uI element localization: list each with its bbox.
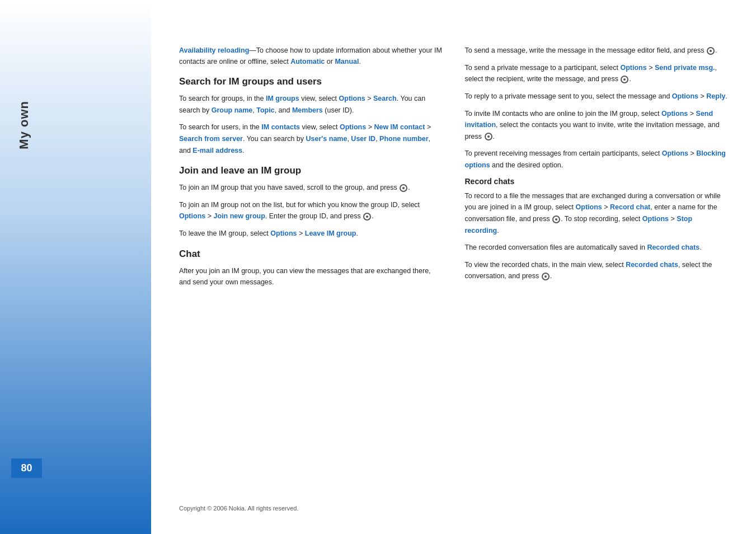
record-para1: To record to a file the messages that ar… xyxy=(465,190,729,237)
copyright-text: Copyright © 2006 Nokia. All rights reser… xyxy=(179,505,299,512)
options-link-8[interactable]: Options xyxy=(662,149,688,157)
options-link-6[interactable]: Options xyxy=(672,92,698,100)
im-groups-link[interactable]: IM groups xyxy=(266,95,299,102)
availability-text2: or xyxy=(325,58,335,65)
recorded-chats-link-1[interactable]: Recorded chats xyxy=(647,243,699,251)
search-para2: To search for users, in the IM contacts … xyxy=(179,121,443,156)
circle-button-3 xyxy=(707,47,715,55)
circle-button-5 xyxy=(485,133,492,140)
right-para2: To send a private message to a participa… xyxy=(465,62,729,85)
search-section: Search for IM groups and users To search… xyxy=(179,76,443,156)
circle-button-6 xyxy=(552,216,560,223)
users-name-link[interactable]: User's name xyxy=(306,135,348,143)
sidebar: My own 80 xyxy=(0,0,151,534)
options-link-7[interactable]: Options xyxy=(661,110,688,118)
user-id-link[interactable]: User ID xyxy=(351,135,375,143)
join-para1: To join an IM group that you have saved,… xyxy=(179,182,443,194)
recorded-chats-link-2[interactable]: Recorded chats xyxy=(626,261,678,269)
circle-button-4 xyxy=(621,76,628,83)
record-chat-link[interactable]: Record chat xyxy=(610,203,650,211)
record-heading: Record chats xyxy=(465,177,729,186)
join-section: Join and leave an IM group To join an IM… xyxy=(179,165,443,240)
page-number: 80 xyxy=(11,458,42,478)
options-link-2[interactable]: Options xyxy=(340,123,366,131)
send-private-msg-link[interactable]: Send private msg. xyxy=(655,64,715,72)
availability-text3: . xyxy=(359,58,360,65)
options-link-5[interactable]: Options xyxy=(620,64,646,72)
availability-reloading-link[interactable]: Availability reloading xyxy=(179,46,249,54)
right-para4: To invite IM contacts who are online to … xyxy=(465,108,729,143)
record-para3: To view the recorded chats, in the main … xyxy=(465,259,729,282)
search-link[interactable]: Search xyxy=(373,95,397,102)
options-link-4[interactable]: Options xyxy=(270,229,297,237)
circle-button-1 xyxy=(400,184,407,192)
search-from-server-link[interactable]: Search from server xyxy=(179,135,243,143)
page-container: My own 80 Availability reloading—To choo… xyxy=(0,0,756,534)
right-para5: To prevent receiving messages from certa… xyxy=(465,148,729,171)
new-im-contact-link[interactable]: New IM contact xyxy=(374,123,425,131)
members-link[interactable]: Members xyxy=(292,106,323,114)
email-address-link[interactable]: E-mail address xyxy=(192,147,242,154)
search-para1: To search for groups, in the IM groups v… xyxy=(179,93,443,116)
right-column: To send a message, write the message in … xyxy=(465,45,729,512)
record-para2: The recorded conversation files are auto… xyxy=(465,242,729,254)
availability-section: Availability reloading—To choose how to … xyxy=(179,45,443,67)
main-content: Availability reloading—To choose how to … xyxy=(151,0,756,534)
manual-link[interactable]: Manual xyxy=(335,58,359,65)
im-contacts-link[interactable]: IM contacts xyxy=(261,123,300,131)
circle-button-7 xyxy=(542,273,550,280)
options-link-9[interactable]: Options xyxy=(576,203,602,211)
topic-link[interactable]: Topic xyxy=(256,106,274,114)
record-section: Record chats To record to a file the mes… xyxy=(465,177,729,282)
chat-para1: After you join an IM group, you can view… xyxy=(179,265,443,288)
search-heading: Search for IM groups and users xyxy=(179,76,443,87)
chat-heading: Chat xyxy=(179,249,443,260)
join-para3: To leave the IM group, select Options > … xyxy=(179,228,443,240)
join-para2: To join an IM group not on the list, but… xyxy=(179,199,443,222)
reply-link[interactable]: Reply xyxy=(706,92,725,100)
chat-section: Chat After you join an IM group, you can… xyxy=(179,249,443,288)
join-new-group-link[interactable]: Join new group xyxy=(213,212,265,220)
options-link-3[interactable]: Options xyxy=(179,212,205,220)
group-name-link[interactable]: Group name xyxy=(212,106,253,114)
circle-button-2 xyxy=(363,213,371,221)
options-link-10[interactable]: Options xyxy=(642,215,669,223)
right-para3: To reply to a private message sent to yo… xyxy=(465,91,729,102)
automatic-link[interactable]: Automatic xyxy=(290,58,325,65)
sidebar-label: My own xyxy=(17,101,31,149)
options-link-1[interactable]: Options xyxy=(339,95,365,102)
join-heading: Join and leave an IM group xyxy=(179,165,443,176)
leave-im-group-link[interactable]: Leave IM group xyxy=(305,229,356,237)
phone-number-link[interactable]: Phone number xyxy=(379,135,429,143)
left-column: Availability reloading—To choose how to … xyxy=(179,45,443,512)
right-para1: To send a message, write the message in … xyxy=(465,45,729,57)
